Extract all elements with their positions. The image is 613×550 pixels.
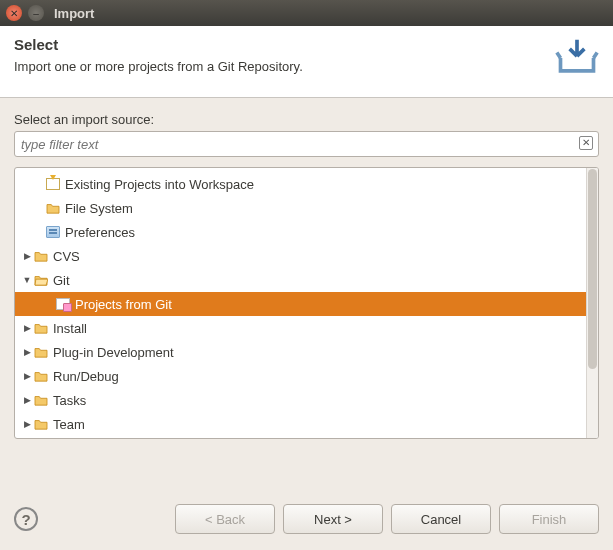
- expand-icon[interactable]: ▶: [21, 323, 33, 333]
- window-close-button[interactable]: ✕: [6, 5, 22, 21]
- folder-open-icon: [33, 272, 49, 288]
- tree-category-label: Install: [53, 321, 87, 336]
- expand-icon[interactable]: ▶: [21, 347, 33, 357]
- folder-icon: [45, 200, 61, 216]
- tree-category-label: Git: [53, 273, 70, 288]
- tree-category-label: Team: [53, 417, 85, 432]
- tree-category[interactable]: ▶CVS: [15, 244, 586, 268]
- tree-item[interactable]: Existing Projects into Workspace: [15, 172, 586, 196]
- tree-scrollbar[interactable]: [586, 168, 598, 438]
- folder-icon: [33, 320, 49, 336]
- tree-item[interactable]: Projects from Git: [15, 292, 586, 316]
- expand-icon[interactable]: ▶: [21, 395, 33, 405]
- titlebar: ✕ – Import: [0, 0, 613, 26]
- back-button[interactable]: < Back: [175, 504, 275, 534]
- tree-item-label: Existing Projects into Workspace: [65, 177, 254, 192]
- tree-category-label: Run/Debug: [53, 369, 119, 384]
- tree-item-label: File System: [65, 201, 133, 216]
- folder-icon: [33, 392, 49, 408]
- tree-category[interactable]: ▶Run/Debug: [15, 364, 586, 388]
- finish-button[interactable]: Finish: [499, 504, 599, 534]
- expand-icon[interactable]: ▼: [21, 275, 33, 285]
- tree-category[interactable]: ▼Git: [15, 268, 586, 292]
- tree-category[interactable]: ▶Install: [15, 316, 586, 340]
- expand-icon[interactable]: ▶: [21, 251, 33, 261]
- import-source-tree[interactable]: Existing Projects into WorkspaceFile Sys…: [14, 167, 599, 439]
- expand-icon[interactable]: ▶: [21, 419, 33, 429]
- cancel-button[interactable]: Cancel: [391, 504, 491, 534]
- banner-heading: Select: [14, 36, 303, 53]
- tree-item-label: Projects from Git: [75, 297, 172, 312]
- window-minimize-button[interactable]: –: [28, 5, 44, 21]
- preferences-icon: [45, 224, 61, 240]
- window-title: Import: [54, 6, 94, 21]
- tree-category[interactable]: ▶Team: [15, 412, 586, 436]
- tree-category-label: Plug-in Development: [53, 345, 174, 360]
- tree-item[interactable]: File System: [15, 196, 586, 220]
- tree-category-label: CVS: [53, 249, 80, 264]
- wizard-banner: Select Import one or more projects from …: [0, 26, 613, 98]
- help-button[interactable]: ?: [14, 507, 38, 531]
- button-bar: ? < Back Next > Cancel Finish: [0, 492, 613, 550]
- filter-label: Select an import source:: [14, 112, 599, 127]
- tree-category[interactable]: ▶Plug-in Development: [15, 340, 586, 364]
- tree-category[interactable]: ▶Tasks: [15, 388, 586, 412]
- folder-icon: [33, 368, 49, 384]
- tree-item-label: Preferences: [65, 225, 135, 240]
- filter-input[interactable]: [14, 131, 599, 157]
- folder-icon: [33, 344, 49, 360]
- clear-filter-button[interactable]: ✕: [579, 136, 593, 150]
- banner-description: Import one or more projects from a Git R…: [14, 59, 303, 74]
- next-button[interactable]: Next >: [283, 504, 383, 534]
- tree-scrollbar-thumb[interactable]: [588, 169, 597, 369]
- git-project-icon: [55, 296, 71, 312]
- folder-icon: [33, 416, 49, 432]
- tree-category-label: Tasks: [53, 393, 86, 408]
- expand-icon[interactable]: ▶: [21, 371, 33, 381]
- tree-item[interactable]: Preferences: [15, 220, 586, 244]
- import-item-icon: [45, 176, 61, 192]
- import-icon: [555, 36, 599, 83]
- folder-icon: [33, 248, 49, 264]
